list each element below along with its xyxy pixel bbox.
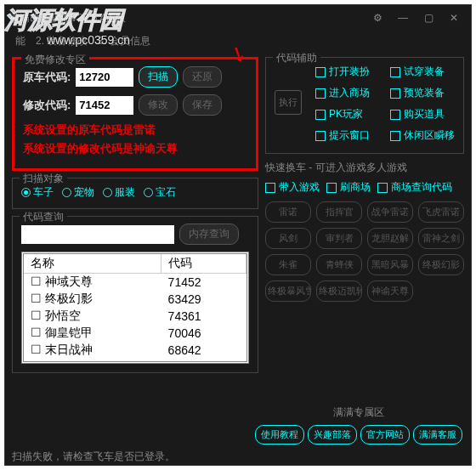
titlebar: 满满改车软件V27.5.4正版 ⚙ — ▢ ✕: [5, 5, 471, 31]
table-row: 御皇铠甲70046: [24, 325, 246, 342]
chip[interactable]: 神谕天尊: [367, 280, 413, 302]
menu-item-3[interactable]: 3. 会员信息: [98, 34, 150, 48]
quick-chip-grid: 雷诺 指挥官 战争雷诺 飞虎雷诺 风剑 审判者 龙胆赵解 雷神之剑 朱雀 青蜂侠…: [265, 201, 464, 302]
check-buy-item[interactable]: 购买道具: [390, 107, 455, 122]
check-refresh-mall[interactable]: 刷商场: [326, 180, 371, 195]
right-column: 代码辅助 执行 打开装扮 试穿装备 进入商场 预览装备 PK玩家 购买道具 提示…: [265, 57, 464, 380]
chip[interactable]: 终极幻影: [418, 254, 464, 275]
note-2: 系统设置的修改代码是神谕天尊: [23, 141, 247, 156]
table-row: 神域天尊71452: [24, 274, 246, 292]
chip[interactable]: 雷神之剑: [418, 228, 464, 249]
mod-code-input[interactable]: [76, 96, 133, 115]
modify-button[interactable]: 修改: [139, 94, 178, 116]
orig-code-label: 原车代码:: [23, 70, 71, 85]
website-button[interactable]: 官方网站: [360, 425, 410, 445]
scan-button[interactable]: 扫描: [139, 66, 178, 88]
status-bar: 扫描失败，请检查飞车是否已登录。: [5, 448, 471, 465]
content-area: 免费修改专区 原车代码: 扫描 还原 修改代码: 修改 保存 系统设置的原车代码…: [5, 52, 471, 380]
main-window: 满满改车软件V27.5.4正版 ⚙ — ▢ ✕ 能 2. 装备修改 3. 会员信…: [4, 4, 472, 466]
orig-code-input[interactable]: [76, 68, 133, 87]
table-row: 孙悟空74361: [24, 308, 246, 325]
community-button[interactable]: 兴趣部落: [308, 425, 357, 445]
check-bring-in[interactable]: 带入游戏: [265, 180, 320, 195]
menu-item-2[interactable]: 2. 装备修改: [36, 34, 88, 48]
check-preview-equip[interactable]: 预览装备: [390, 86, 455, 100]
chip[interactable]: 审判者: [316, 228, 362, 249]
window-title: 满满改车软件V27.5.4正版: [9, 11, 365, 25]
assist-group: 代码辅助 执行 打开装扮 试穿装备 进入商场 预览装备 PK玩家 购买道具 提示…: [265, 57, 464, 154]
check-pk-player[interactable]: PK玩家: [315, 107, 380, 122]
check-try-equip[interactable]: 试穿装备: [390, 65, 455, 79]
col-code: 代码: [162, 254, 246, 274]
chip[interactable]: 龙胆赵解: [367, 228, 413, 249]
exclusive-title: 满满专属区: [254, 405, 462, 420]
mod-code-label: 修改代码:: [23, 98, 71, 113]
radio-pet[interactable]: 宠物: [62, 185, 94, 200]
radio-gem[interactable]: 宝石: [144, 185, 176, 200]
chip[interactable]: 终极迈凯轮: [316, 280, 362, 302]
check-open-dress[interactable]: 打开装扮: [315, 65, 380, 79]
chip[interactable]: 黑暗风暴: [367, 254, 413, 275]
check-lounge-tp[interactable]: 休闲区瞬移: [390, 128, 455, 143]
support-button[interactable]: 满满客服: [413, 425, 462, 445]
mem-query-button[interactable]: 内存查询: [179, 224, 239, 245]
free-modify-group: 免费修改专区 原车代码: 扫描 还原 修改代码: 修改 保存 系统设置的原车代码…: [12, 57, 258, 171]
restore-button[interactable]: 还原: [183, 66, 222, 88]
col-name: 名称: [24, 254, 162, 274]
table-row: 末日战神68642: [24, 342, 246, 359]
radio-car[interactable]: 车子: [21, 185, 54, 200]
chip[interactable]: 飞虎雷诺: [418, 201, 464, 223]
scan-target-group: 扫描对象 车子 宠物 服装 宝石: [12, 178, 258, 209]
close-button[interactable]: ✕: [441, 9, 467, 26]
chip[interactable]: 朱雀: [265, 254, 311, 275]
maximize-button[interactable]: ▢: [416, 9, 441, 26]
minimize-button[interactable]: —: [390, 9, 416, 26]
code-table[interactable]: 名称 代码 神域天尊71452 终极幻影63429 孙悟空74361 御皇铠甲7…: [21, 252, 249, 364]
chip[interactable]: 战争雷诺: [367, 201, 413, 223]
chip[interactable]: 风剑: [265, 228, 311, 249]
settings-icon[interactable]: ⚙: [365, 9, 390, 26]
chip[interactable]: 青蜂侠: [316, 254, 362, 275]
free-modify-title: 免费修改专区: [21, 53, 89, 67]
check-enter-mall[interactable]: 进入商场: [315, 86, 380, 100]
note-1: 系统设置的原车代码是雷诺: [23, 122, 247, 138]
execute-button[interactable]: 执行: [275, 90, 302, 115]
radio-outfit[interactable]: 服装: [103, 185, 135, 200]
check-hint-window[interactable]: 提示窗口: [315, 128, 380, 143]
check-mall-query[interactable]: 商场查询代码: [377, 180, 452, 195]
code-query-title: 代码查询: [20, 210, 67, 224]
assist-title: 代码辅助: [273, 51, 320, 65]
chip[interactable]: 指挥官: [316, 201, 362, 223]
chip[interactable]: 雷诺: [265, 201, 311, 223]
menu-item-1[interactable]: 能: [15, 34, 26, 48]
menubar: 能 2. 装备修改 3. 会员信息: [5, 31, 471, 52]
quick-title: 快速换车 - 可进入游戏多人游戏: [265, 161, 464, 175]
scan-target-title: 扫描对象: [20, 172, 67, 186]
table-row: 终极幻影63429: [24, 291, 246, 308]
code-query-group: 代码查询 内存查询 名称 代码 神域天尊71452 终极幻影63429: [12, 216, 258, 373]
tutorial-button[interactable]: 使用教程: [255, 425, 304, 445]
left-column: 免费修改专区 原车代码: 扫描 还原 修改代码: 修改 保存 系统设置的原车代码…: [12, 57, 258, 380]
code-query-input[interactable]: [21, 225, 174, 244]
exclusive-area: 满满专属区 使用教程 兴趣部落 官方网站 满满客服: [254, 405, 462, 445]
save-button[interactable]: 保存: [183, 94, 222, 116]
chip[interactable]: 终极暴风雪: [265, 280, 311, 302]
